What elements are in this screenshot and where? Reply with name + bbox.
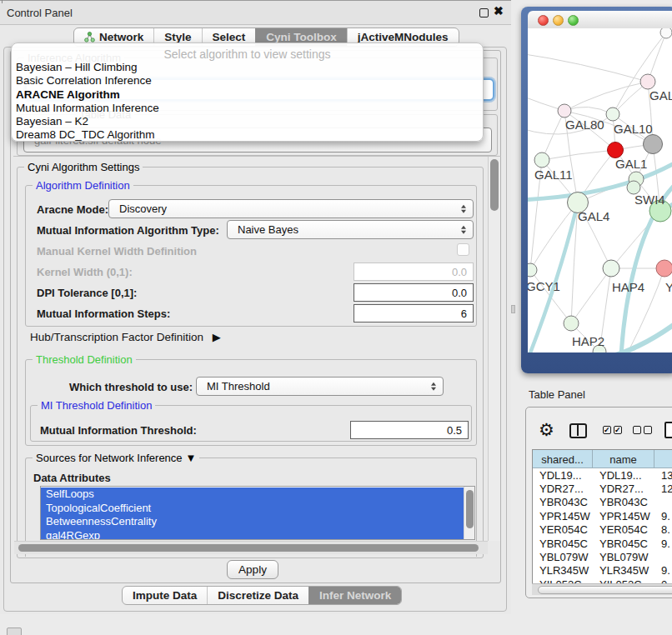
algorithm-menu-item[interactable]: Dream8 DC_TDC Algorithm	[12, 128, 483, 142]
network-node-hap4[interactable]	[603, 260, 619, 277]
table-cell: YBR043C	[593, 496, 654, 508]
table-row[interactable]: YBL079WYBL079W	[533, 550, 672, 563]
table-cell: YER054C	[533, 523, 593, 536]
table-hscrollbar[interactable]	[532, 583, 672, 595]
table-cell: 12	[654, 482, 672, 495]
split-view-icon[interactable]	[569, 423, 587, 438]
table-row[interactable]: YDR27...YDR27...12	[533, 482, 672, 495]
which-threshold-combo[interactable]: MI Threshold	[196, 377, 444, 396]
tab-impute-data[interactable]: Impute Data	[123, 587, 207, 604]
settings-hscrollbar[interactable]	[14, 541, 488, 554]
network-node-label: GAL	[649, 88, 672, 102]
data-attributes-label: Data Attributes	[33, 472, 111, 484]
zoom-traffic-light[interactable]	[568, 15, 579, 26]
table-cell: YBR045C	[533, 538, 593, 550]
checked-columns-icon[interactable]: ✓ ✓	[603, 426, 622, 434]
aracne-mode-combo[interactable]: Discovery	[108, 199, 474, 218]
network-node-gal[interactable]	[640, 74, 655, 89]
hub-definition-toggle[interactable]: Hub/Transcription Factor Definition ▶	[30, 331, 221, 343]
network-edge[interactable]	[571, 268, 611, 323]
column-header-2[interactable]: name	[593, 450, 654, 468]
collapsed-panel-icon[interactable]	[7, 628, 22, 635]
table-cell: YDL19...	[533, 469, 593, 482]
network-node-gcy1[interactable]	[528, 263, 537, 277]
data-attribute-item[interactable]: SelfLoops	[41, 488, 464, 502]
tab-label: Select	[213, 31, 246, 43]
attr-list-scrollbar[interactable]	[464, 487, 474, 540]
aracne-mode-value: Discovery	[119, 202, 167, 215]
table-row[interactable]: YPR145WYPR145W9.	[533, 509, 672, 522]
table-row[interactable]: YBR045CYBR045C9.	[533, 537, 672, 550]
manual-kernel-checkbox[interactable]	[457, 243, 469, 256]
network-window-titlebar[interactable]	[528, 11, 672, 29]
network-node[interactable]	[660, 28, 672, 38]
network-node-gal80[interactable]	[558, 104, 571, 118]
table-cell: 9.	[654, 538, 672, 550]
settings-vscrollbar[interactable]	[488, 157, 500, 541]
network-window: GALGAL80GAL10GAL11GAL1SWI4GAL4GCY1HAP4YH…	[521, 7, 672, 373]
network-node[interactable]	[608, 142, 624, 158]
close-icon[interactable]: ✖	[494, 4, 504, 18]
network-node[interactable]	[644, 135, 663, 154]
sources-title-wrap[interactable]: Sources for Network Inference▼	[33, 452, 199, 464]
mi-steps-field[interactable]: 6	[354, 304, 474, 322]
table-row[interactable]: YLR345WYLR345W9.	[533, 564, 672, 578]
data-attribute-item[interactable]: gal4RGexp	[41, 529, 464, 541]
unchecked-columns-icon[interactable]	[633, 426, 652, 434]
settings-hscrollbar-thumb[interactable]	[18, 544, 479, 552]
close-traffic-light[interactable]	[538, 15, 549, 26]
algorithm-menu-item[interactable]: Mutual Information Inference	[12, 102, 483, 115]
network-edge[interactable]	[564, 107, 613, 114]
table-row[interactable]: YER054CYER054C8.	[533, 523, 672, 537]
network-node-hap2[interactable]	[564, 316, 579, 331]
mi-threshold-field[interactable]: 0.5	[350, 421, 469, 439]
mi-type-label: Mutual Information Algorithm Type:	[37, 224, 219, 237]
column-header-3[interactable]: A	[654, 450, 672, 468]
network-edge[interactable]	[542, 150, 615, 160]
splitter-handle[interactable]	[511, 305, 515, 313]
minimize-traffic-light[interactable]	[553, 15, 564, 26]
collapse-down-icon[interactable]: ▼	[183, 452, 197, 464]
table-cell: 9.	[654, 564, 672, 577]
data-attributes-list[interactable]: SelfLoopsTopologicalCoefficientBetweenne…	[40, 486, 475, 540]
network-node-label: HAP4	[612, 280, 644, 294]
data-attribute-item[interactable]: TopologicalCoefficient	[41, 502, 464, 516]
dpi-tolerance-field[interactable]: 0.0	[354, 283, 474, 302]
float-icon[interactable]	[479, 8, 489, 18]
network-edge[interactable]	[542, 111, 564, 160]
network-edge[interactable]	[528, 53, 648, 82]
table-panel: ⚙ ✓ ✓ shared...nameA YDL19...YDL19...13Y…	[525, 407, 672, 598]
table-cell: YBL079W	[533, 551, 593, 563]
attr-list-scrollbar-thumb[interactable]	[466, 490, 474, 528]
expand-right-icon[interactable]: ▶	[207, 331, 221, 343]
table-hscrollbar-thumb[interactable]	[538, 586, 672, 594]
table-file-icon[interactable]	[664, 422, 672, 438]
tab-discretize-data[interactable]: Discretize Data	[207, 587, 308, 604]
algorithm-menu-item[interactable]: Bayesian – Hill Climbing	[12, 61, 483, 74]
tab-infer-network[interactable]: Infer Network	[308, 587, 401, 604]
network-node-label: GAL80	[565, 118, 604, 132]
settings-vscrollbar-thumb[interactable]	[490, 159, 499, 211]
table-row[interactable]: YDL19...YDL19...13	[533, 468, 672, 482]
sources-title: Sources for Network Inference	[36, 452, 183, 464]
algorithm-menu-item[interactable]: Bayesian – K2	[12, 115, 483, 128]
network-edge[interactable]	[564, 82, 648, 111]
network-node-gal10[interactable]	[606, 108, 619, 121]
dpi-tolerance-value: 0.0	[452, 287, 467, 299]
apply-button[interactable]: Apply	[227, 560, 278, 579]
gear-icon[interactable]: ⚙	[539, 421, 554, 438]
network-node-y[interactable]	[656, 260, 672, 277]
network-node-label: GCY1	[528, 279, 560, 293]
network-canvas[interactable]: GALGAL80GAL10GAL11GAL1SWI4GAL4GCY1HAP4YH…	[528, 28, 672, 352]
data-attribute-item[interactable]: BetweennessCentrality	[41, 515, 464, 529]
network-node-gal11[interactable]	[534, 152, 549, 168]
stepper-arrows-icon	[461, 225, 466, 234]
table-panel-title: Table Panel	[529, 388, 585, 401]
dpi-tolerance-label: DPI Tolerance [0,1]:	[37, 287, 137, 299]
column-header-1[interactable]: shared...	[533, 450, 593, 468]
algorithm-menu-item[interactable]: ARACNE Algorithm	[12, 88, 483, 102]
kernel-width-field[interactable]: 0.0	[354, 262, 474, 281]
mi-type-combo[interactable]: Naive Bayes	[227, 220, 474, 239]
table-row[interactable]: YBR043CYBR043C	[533, 496, 672, 509]
algorithm-menu-item[interactable]: Basic Correlation Inference	[12, 74, 483, 88]
